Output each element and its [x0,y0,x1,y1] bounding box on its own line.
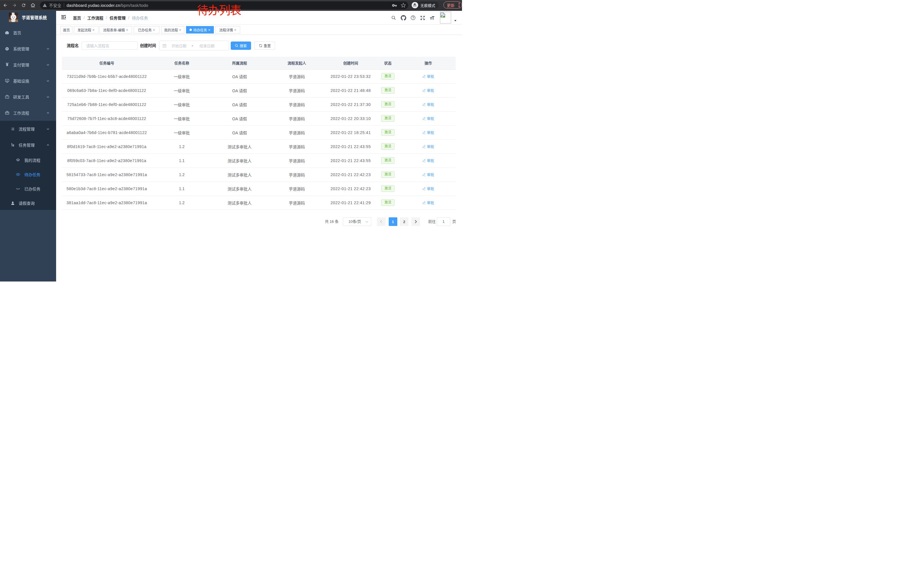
svg-text:¥: ¥ [6,62,9,67]
